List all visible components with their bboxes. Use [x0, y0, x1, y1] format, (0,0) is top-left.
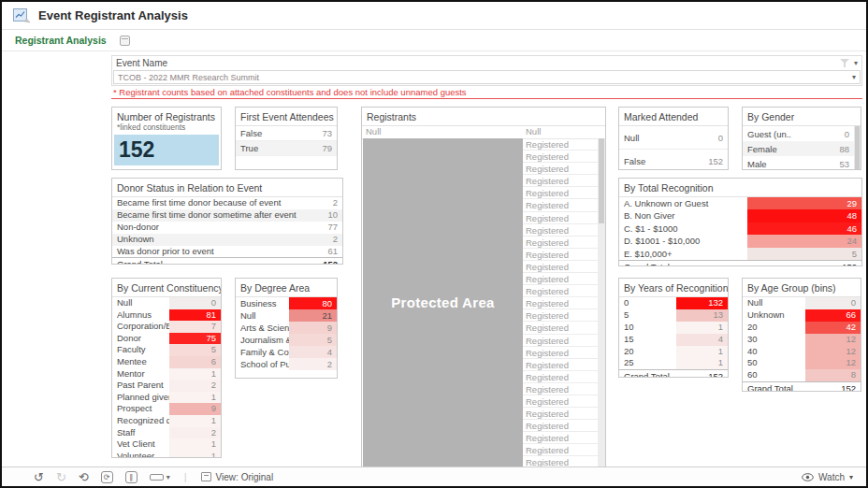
table-row[interactable]: 50 12	[743, 357, 861, 369]
table-row[interactable]: False 152	[619, 150, 728, 170]
table-row[interactable]: B. Non Giver 48	[619, 209, 861, 222]
table-row[interactable]: D. $1001 - $10,000 24	[619, 235, 861, 247]
grand-total-row[interactable]: Grand Total 152	[112, 257, 342, 265]
dropdown-caret-icon[interactable]: ▾	[852, 73, 856, 81]
table-row[interactable]: C. $1 - $1000 46	[619, 222, 861, 235]
registrant-row[interactable]: Registered	[523, 322, 598, 334]
table-row[interactable]: 40 12	[743, 346, 861, 358]
registrant-row[interactable]: Registered	[523, 444, 598, 456]
registrant-row[interactable]: Registered	[523, 383, 598, 395]
event-name-dropdown[interactable]: TCOB - 2022 MMR Research Summit ▾	[113, 70, 861, 84]
grand-total-row[interactable]: Grand Total 152	[619, 260, 861, 266]
registrant-row[interactable]: Registered	[523, 212, 598, 224]
table-row[interactable]: 20 1	[619, 346, 728, 358]
redo-icon[interactable]: ↻	[56, 471, 66, 483]
table-row[interactable]: Corporation/Bu.. 7	[112, 321, 221, 333]
table-row[interactable]: Business 80	[236, 297, 337, 309]
table-row[interactable]: Was donor prior to event 61	[112, 246, 342, 258]
registrant-row[interactable]: Registered	[523, 151, 598, 163]
table-row[interactable]: A. Unknown or Guest 29	[619, 197, 861, 209]
filter-menu-caret-icon[interactable]: ▾	[854, 59, 858, 67]
table-row[interactable]: 10 1	[619, 322, 728, 334]
table-row[interactable]: Vet Client 1	[112, 438, 221, 451]
registrant-row[interactable]: Registered	[523, 408, 598, 420]
registrant-row[interactable]: Registered	[523, 309, 598, 322]
table-row[interactable]: False 73	[236, 126, 337, 141]
registrant-row[interactable]: Registered	[523, 420, 598, 432]
registrant-row[interactable]: Registered	[523, 224, 598, 237]
revert-icon[interactable]: ⟲	[79, 471, 89, 483]
table-row[interactable]: 0 132	[619, 297, 728, 309]
registrant-row[interactable]: Registered	[523, 175, 598, 187]
registrant-row[interactable]: Registered	[523, 371, 598, 383]
table-row[interactable]: Female 88	[743, 141, 854, 156]
table-row[interactable]: 15 4	[619, 334, 728, 346]
table-row[interactable]: 20 42	[743, 322, 861, 334]
table-row[interactable]: Mentor 1	[112, 368, 221, 380]
registrant-row[interactable]: Registered	[523, 297, 598, 309]
registrant-count-value[interactable]: 152	[114, 135, 219, 165]
registrant-row[interactable]: Registered	[523, 138, 598, 151]
table-row[interactable]: Non-donor 77	[112, 222, 342, 234]
registrant-row[interactable]: Registered	[523, 261, 598, 273]
table-row[interactable]: E. $10,000+ 5	[619, 248, 861, 260]
grand-total-row[interactable]: Grand Total 152	[619, 369, 728, 378]
registrant-row[interactable]: Registered	[523, 249, 598, 261]
table-row[interactable]: Arts & Sciences 9	[236, 322, 337, 334]
registrant-row[interactable]: Registered	[523, 163, 598, 175]
table-row[interactable]: School of Publi.. 2	[236, 358, 337, 370]
grand-total-row[interactable]: Grand Total 152	[743, 381, 861, 392]
table-row[interactable]: Donor 75	[112, 333, 221, 345]
table-row[interactable]: Volunteer 1	[112, 451, 221, 458]
scrollbar-thumb[interactable]	[599, 138, 604, 223]
table-row[interactable]: 30 12	[743, 334, 861, 346]
scrollbar-thumb[interactable]	[855, 126, 860, 170]
table-row[interactable]: 60 8	[743, 369, 861, 381]
watch-button[interactable]: Watch ▾	[802, 472, 853, 482]
table-row[interactable]: Alumnus 81	[112, 309, 221, 322]
table-row[interactable]: Null 0	[619, 126, 728, 150]
registrant-row[interactable]: Registered	[523, 187, 598, 199]
table-row[interactable]: Journalism & M.. 5	[236, 334, 337, 346]
table-row[interactable]: Null 0	[112, 297, 221, 309]
funnel-icon[interactable]	[840, 59, 849, 67]
registrant-row[interactable]: Registered	[523, 285, 598, 297]
table-row[interactable]: Became first time donor because of event…	[112, 197, 342, 209]
table-row[interactable]: Prospect 9	[112, 403, 221, 415]
registrant-row[interactable]: Registered	[523, 395, 598, 408]
table-row[interactable]: Recognized don.. 1	[112, 415, 221, 427]
table-row[interactable]: 5 13	[619, 309, 728, 322]
table-row[interactable]: Unknown 2	[112, 234, 342, 246]
vertical-scrollbar[interactable]	[598, 138, 605, 466]
table-row[interactable]: Guest (un.. 0	[743, 126, 854, 141]
registrant-row[interactable]: Registered	[523, 335, 598, 347]
table-row[interactable]: Mentee 6	[112, 356, 221, 368]
registrant-row[interactable]: Registered	[523, 347, 598, 359]
name-column-header[interactable]: Null	[362, 126, 523, 138]
table-row[interactable]: 25 1	[619, 357, 728, 369]
view-original-button[interactable]: View: Original	[201, 472, 274, 482]
registrant-row[interactable]: Registered	[523, 199, 598, 211]
vertical-scrollbar[interactable]	[854, 126, 861, 170]
table-row[interactable]: Null 21	[236, 309, 337, 322]
table-row[interactable]: Staff 2	[112, 427, 221, 439]
table-row[interactable]: Null 0	[743, 297, 861, 309]
pause-icon[interactable]: ∥	[125, 471, 137, 483]
registrant-row[interactable]: Registered	[523, 237, 598, 249]
table-row[interactable]: Faculty 5	[112, 344, 221, 356]
table-row[interactable]: Became first time donor sometime after e…	[112, 209, 342, 222]
table-row[interactable]: True 79	[236, 141, 337, 156]
registrant-row[interactable]: Registered	[523, 456, 598, 466]
undo-icon[interactable]: ↺	[34, 471, 44, 483]
tab-registrant-analysis[interactable]: Registrant Analysis	[15, 35, 107, 46]
sheet-icon[interactable]	[120, 36, 130, 46]
table-row[interactable]: Male 53	[743, 156, 854, 170]
registrant-row[interactable]: Registered	[523, 432, 598, 444]
table-row[interactable]: Family & Consu.. 4	[236, 346, 337, 358]
table-row[interactable]: Unknown 66	[743, 309, 861, 322]
registrant-row[interactable]: Registered	[523, 359, 598, 371]
status-column-header[interactable]: Null	[523, 126, 598, 138]
table-row[interactable]: Planned giver 1	[112, 392, 221, 404]
refresh-icon[interactable]: ⟳	[101, 471, 113, 483]
registrant-row[interactable]: Registered	[523, 273, 598, 285]
